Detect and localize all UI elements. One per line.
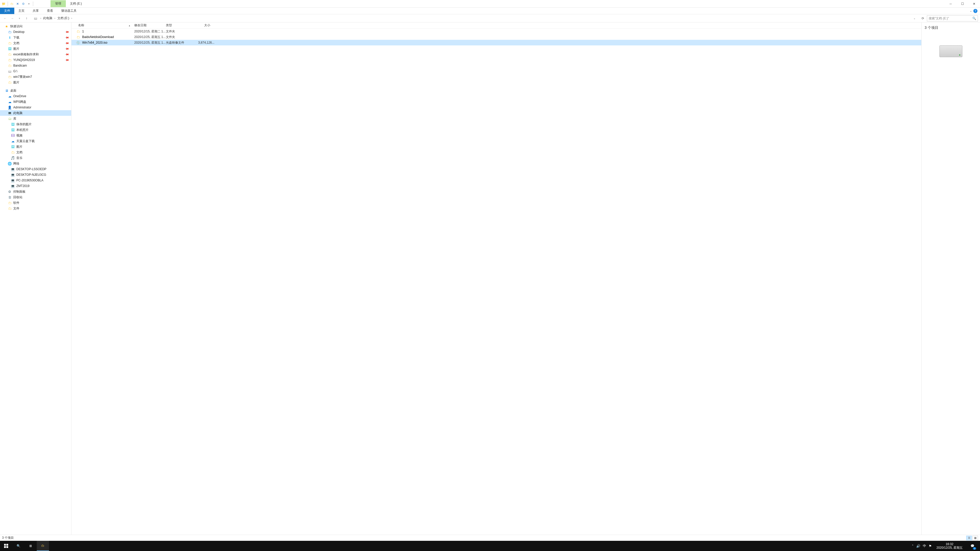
new-folder-icon[interactable]: ⚙ [21,2,25,6]
body: ★快速访问 🗀Desktop📌 ⬇下载📌 🗀文档📌 🖼图片📌 🗀excel表格制… [0,22,980,535]
forward-button[interactable]: → [9,15,15,21]
start-button[interactable] [0,541,12,551]
details-view-button[interactable]: ☰ [966,536,972,540]
search-box[interactable]: 🔍 [927,15,978,21]
file-date: 2020/12/25, 星期五 1... [134,35,166,39]
explorer-taskbar-button[interactable]: 🗀 [37,541,49,551]
security-icon[interactable]: ⚑ [929,544,932,548]
tree-files[interactable]: 🗀文件 [0,206,71,211]
volume-icon[interactable]: 🔊 [916,544,920,548]
address-bar[interactable]: 🖴 › 此电脑 › 文档 (E:) › ⌄ [33,15,917,21]
up-button[interactable]: ↑ [24,15,30,21]
folder-icon: 🖼 [11,122,15,126]
back-button[interactable]: ← [2,15,8,21]
help-icon[interactable]: ? [974,9,977,13]
tree-bandicam[interactable]: 🗀Bandicam [0,63,71,68]
tree-pictures[interactable]: 🖼图片📌 [0,46,71,52]
tree-quick-access[interactable]: ★快速访问 [0,24,71,29]
ime-indicator[interactable]: 中 [923,544,926,548]
tab-view[interactable]: 查看 [43,8,57,14]
search-input[interactable] [929,17,971,20]
tree-wps[interactable]: ☁WPS网盘 [0,99,71,105]
close-button[interactable]: ✕ [968,0,980,8]
file-size: 3,874,126... [191,41,215,44]
tree-this-pc[interactable]: 💻此电脑 [0,110,71,116]
tree-control-panel[interactable]: ⚙控制面板 [0,189,71,194]
tree-lib-music[interactable]: 🎵音乐 [0,155,71,161]
tree-pc2[interactable]: 💻DESKTOP-NJEU3CG [0,172,71,178]
file-date: 2020/12/25, 星期五 1... [134,41,166,45]
refresh-button[interactable]: ⟳ [920,15,926,21]
tree-label: Bandicam [13,64,27,67]
qat-dropdown-icon[interactable]: ▾ [27,2,31,6]
tree-lib-docs[interactable]: 🗀文档 [0,149,71,155]
tree-pc3[interactable]: 💻PC-20190530OBLA [0,178,71,183]
tree-library[interactable]: 🗂库 [0,116,71,121]
folder-icon: 🗀 [76,35,80,39]
recent-dropdown-icon[interactable]: ▾ [16,15,22,21]
pc-icon: 💻 [11,167,15,171]
tree-lib-pics[interactable]: 🖼图片 [0,144,71,149]
tab-file[interactable]: 文件 [0,8,14,14]
tray-expand-icon[interactable]: ˄ [912,544,914,548]
sort-asc-icon: ▴ [129,24,130,27]
breadcrumb-this-pc[interactable]: 此电脑 [43,16,52,21]
tree-desktop[interactable]: 🗀Desktop📌 [0,29,71,35]
tree-onedrive[interactable]: ☁OneDrive [0,94,71,99]
tree-video[interactable]: 🎞视频 [0,133,71,138]
column-name[interactable]: 名称▴ [76,23,132,27]
file-row[interactable]: 🗀12020/12/15, 星期二 1...文件夹 [72,29,921,34]
tree-saved-pics[interactable]: 🖼保存的图片 [0,121,71,127]
minimize-button[interactable]: ─ [945,0,956,8]
tree-pc1[interactable]: 💻DESKTOP-LSSOEDP [0,166,71,172]
tab-drive-tools[interactable]: 驱动器工具 [57,8,81,14]
chevron-right-icon[interactable]: › [53,17,56,20]
status-text: 3 个项目 [2,536,14,540]
tree-pc4[interactable]: 💻ZMT2019 [0,183,71,189]
settings-icon: ⚙ [8,189,12,194]
properties-icon[interactable]: 🗀 [10,2,14,6]
tree-camera[interactable]: 🖼本机照片 [0,127,71,133]
search-button[interactable]: 🔍 [12,541,24,551]
tree-software[interactable]: 🗀软件 [0,200,71,206]
chevron-right-icon[interactable]: › [70,17,73,20]
column-date[interactable]: 修改日期 [132,23,164,27]
file-row[interactable]: 💿Win7x64_2020.iso2020/12/25, 星期五 1...光盘映… [72,40,921,45]
tree-yunqishi[interactable]: 🗀YUNQISHI2019📌 [0,57,71,63]
tree-label: 网络 [13,162,19,166]
tree-admin[interactable]: 👤Administrator [0,105,71,110]
tree-desktop-zh[interactable]: 🖥桌面 [0,88,71,94]
tree-recycle[interactable]: 🗑回收站 [0,194,71,200]
tree-label: OneDrive [13,94,26,98]
tree-documents[interactable]: 🗀文档📌 [0,40,71,46]
tree-win7[interactable]: 🗀win7重装win7 [0,74,71,79]
action-center-button[interactable]: 💬 3 [967,541,977,551]
tree-network[interactable]: 🌐网络 [0,161,71,166]
tree-gdrive[interactable]: 🖴G:\ [0,68,71,74]
maximize-button[interactable]: ☐ [956,0,968,8]
column-type[interactable]: 类型 [164,23,189,27]
icons-view-button[interactable]: ▦ [972,536,978,540]
tree-label: DESKTOP-LSSOEDP [16,167,46,171]
file-list: 🗀12020/12/15, 星期二 1...文件夹🗀BaiduNetdiskDo… [72,29,921,535]
delete-icon[interactable]: ✕ [16,2,20,6]
column-size[interactable]: 大小 [189,23,212,27]
file-row[interactable]: 🗀BaiduNetdiskDownload2020/12/25, 星期五 1..… [72,34,921,40]
task-view-button[interactable]: ⊞ [24,541,37,551]
clock[interactable]: 16:32 2020/12/25, 星期五 [934,542,965,550]
tree-pictures2[interactable]: 🗀图片 [0,79,71,85]
tree-tianyi[interactable]: ☁天翼云盘下载 [0,138,71,144]
breadcrumb-drive[interactable]: 文档 (E:) [57,16,69,21]
address-dropdown-icon[interactable]: ⌄ [913,17,915,20]
tree-label: excel表格制作求和 [13,52,39,57]
ribbon-expand-icon[interactable]: ⌄ [970,10,972,12]
tree-label: win7重装win7 [13,75,32,79]
tab-share[interactable]: 共享 [29,8,43,14]
tab-home[interactable]: 主页 [14,8,29,14]
tree-downloads[interactable]: ⬇下载📌 [0,35,71,40]
search-icon[interactable]: 🔍 [972,17,976,20]
app-icon: 📁 [2,2,6,6]
tree-excel[interactable]: 🗀excel表格制作求和📌 [0,52,71,57]
chevron-right-icon[interactable]: › [39,17,42,20]
tree-label: Administrator [13,106,32,109]
